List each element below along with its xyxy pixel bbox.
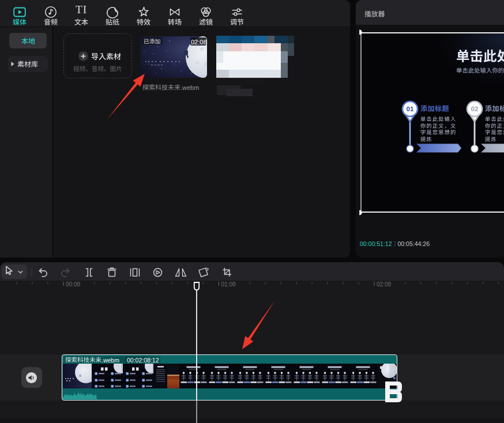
svg-text:.webm: .webm [180, 84, 199, 91]
svg-text:00:02:08:12: 00:02:08:12 [127, 357, 159, 364]
svg-text:02:08: 02:08 [191, 39, 207, 46]
svg-text:00:00: 00:00 [66, 281, 80, 288]
svg-text:01:00: 01:00 [221, 281, 236, 288]
svg-text:02:00: 02:00 [377, 281, 391, 288]
svg-text:.webm: .webm [101, 357, 119, 364]
svg-text:01: 01 [407, 105, 414, 112]
svg-text:02: 02 [471, 105, 479, 112]
